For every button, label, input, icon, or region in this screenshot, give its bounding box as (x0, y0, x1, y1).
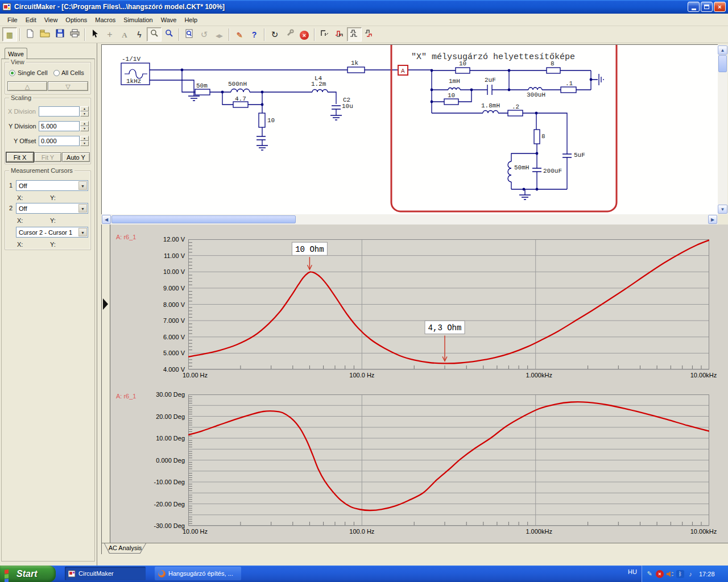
hscroll-left-icon[interactable]: ◀ (102, 215, 111, 224)
app-icon (2, 2, 11, 11)
menu-macros[interactable]: Macros (91, 15, 119, 25)
trace-mode-3-button[interactable] (347, 27, 362, 41)
volume-icon[interactable] (666, 570, 674, 578)
restore-icon (704, 5, 709, 9)
cursor2-x-label: X: (17, 217, 23, 224)
select-tool-button[interactable] (88, 27, 102, 41)
tab-wave[interactable]: Wave (5, 48, 27, 59)
hscroll-right-icon[interactable]: ▶ (708, 215, 717, 224)
toolbar-separator (229, 28, 230, 41)
stylus-icon[interactable]: ✎ (646, 570, 653, 578)
cursor-diff-select[interactable]: Cursor 2 - Cursor 1 ▼ (16, 227, 88, 238)
edit-traces-button[interactable]: ✎ (232, 27, 247, 41)
audio-device-icon[interactable]: ♪ (686, 570, 694, 578)
text-tool-button[interactable]: A (117, 27, 132, 41)
rotate-button[interactable]: ↺ (197, 27, 212, 41)
menu-edit[interactable]: Edit (22, 15, 40, 25)
cursor-diff-dropdown-icon[interactable]: ▼ (78, 228, 87, 236)
y-tick-label: 6.000 V (150, 334, 185, 340)
splitter-expand-icon[interactable] (103, 298, 108, 310)
vscroll-thumb[interactable] (718, 55, 727, 72)
security-alert-icon[interactable]: × (656, 570, 664, 578)
tab-ac-analysis[interactable]: AC Analysis (105, 543, 146, 553)
hscroll-thumb[interactable] (111, 215, 296, 223)
phase-plot[interactable] (188, 394, 709, 526)
vscroll-down-icon[interactable]: ▼ (718, 205, 727, 214)
x-tick-label: 100.0 Hz (339, 528, 384, 535)
cursor2-select[interactable]: Off ▼ (16, 203, 88, 214)
menu-options[interactable]: Options (61, 15, 91, 25)
minimize-icon (692, 9, 696, 10)
cursor1-select[interactable]: Off ▼ (16, 180, 88, 191)
menu-view[interactable]: View (40, 15, 62, 25)
preview-button[interactable] (182, 27, 197, 41)
probe-a-marker[interactable]: A (398, 65, 408, 75)
task-firefox[interactable]: Hangsugárzó építés, ... (155, 567, 241, 580)
wave-splitter-strip (102, 225, 110, 543)
stop-simulation-button[interactable]: × (297, 27, 312, 41)
vscroll-up-icon[interactable]: ▲ (718, 45, 727, 55)
svg-text:10 Ohm: 10 Ohm (295, 245, 324, 254)
zoom-tool-icon (164, 29, 173, 40)
cursor1-value: Off (19, 182, 27, 189)
annotation-4-3-Ohm: 4,3 Ohm (425, 321, 465, 361)
y-division-stepper[interactable]: ▲▼ (80, 121, 89, 131)
menu-simulation[interactable]: Simulation (119, 15, 156, 25)
delete-tool-button[interactable]: ϟ (132, 27, 147, 41)
probe-tool-button[interactable] (147, 27, 162, 41)
bluetooth-icon[interactable]: ᛒ (676, 570, 684, 578)
open-file-button[interactable] (38, 27, 52, 41)
auto-y-button[interactable]: Auto Y (62, 152, 90, 162)
single-cell-label: Single Cell (18, 69, 48, 76)
trace-mode-2-button[interactable] (332, 27, 347, 41)
new-file-button[interactable] (23, 27, 38, 41)
language-indicator[interactable]: HU (628, 568, 637, 575)
mirror-button[interactable]: ◀▶ (212, 27, 226, 41)
window-title: CircuitMaker - [C:\Program Files\...\han… (14, 3, 225, 11)
zoom-tool-button[interactable] (162, 27, 176, 41)
cursor2-dropdown-icon[interactable]: ▼ (78, 204, 87, 213)
cursor-diff-value: Cursor 2 - Cursor 1 (19, 229, 72, 236)
help-icon: ? (252, 30, 257, 40)
print-button[interactable] (67, 27, 82, 41)
system-tray: ✎ × ᛒ ♪ 17:28 (642, 566, 728, 582)
probe-tool-icon (150, 29, 159, 40)
magnitude-plot[interactable]: 10 Ohm4,3 Ohm (188, 239, 709, 370)
new-file-icon (26, 29, 35, 40)
cell-down-button[interactable]: ▽ (48, 81, 88, 91)
y-tick-label: 5.000 V (150, 350, 185, 356)
cursor1-dropdown-icon[interactable]: ▼ (78, 181, 87, 190)
menu-bar: File Edit View Options Macros Simulation… (0, 14, 728, 26)
reset-button[interactable]: ↻ (267, 27, 282, 41)
cell-up-button[interactable]: △ (7, 81, 47, 91)
fit-y-button[interactable]: Fit Y (34, 152, 61, 162)
annotation-title: "X" mélysugárzó helyettesítőképe (411, 52, 575, 62)
menu-help[interactable]: Help (180, 15, 201, 25)
schematic-canvas[interactable]: A -1/1V 1kHz 50m 500nH 4.7 10 L4 1.2m C2… (101, 44, 718, 214)
wire-tool-button[interactable]: + (102, 27, 117, 41)
save-file-button[interactable] (52, 27, 67, 41)
trace-mode-1-button[interactable] (317, 27, 332, 41)
r-50m-label: 50m (196, 82, 208, 89)
y-offset-input[interactable] (39, 136, 80, 146)
y-offset-stepper[interactable]: ▲▼ (80, 136, 89, 146)
minimize-button[interactable] (688, 2, 700, 12)
start-button[interactable]: Start (0, 566, 56, 582)
y-division-input[interactable] (39, 121, 80, 131)
parts-browser-button[interactable]: ▦ (2, 27, 17, 41)
help-button[interactable]: ? (247, 27, 262, 41)
close-button[interactable]: × (714, 2, 726, 12)
options-wrench-button[interactable] (282, 27, 297, 41)
trace-mode-4-button[interactable] (362, 27, 377, 41)
restore-button[interactable] (701, 2, 713, 12)
all-cells-radio[interactable] (53, 70, 60, 76)
menu-file[interactable]: File (3, 15, 22, 25)
x-division-input[interactable] (39, 106, 80, 117)
single-cell-radio[interactable] (9, 70, 15, 76)
x-division-stepper[interactable]: ▲▼ (80, 106, 89, 117)
task-circuitmaker[interactable]: CircuitMaker (65, 567, 146, 580)
rotate-icon: ↺ (201, 30, 208, 40)
menu-wave[interactable]: Wave (157, 15, 181, 25)
fit-x-button[interactable]: Fit X (6, 152, 34, 162)
l-50mh-label: 50mH (514, 164, 529, 171)
